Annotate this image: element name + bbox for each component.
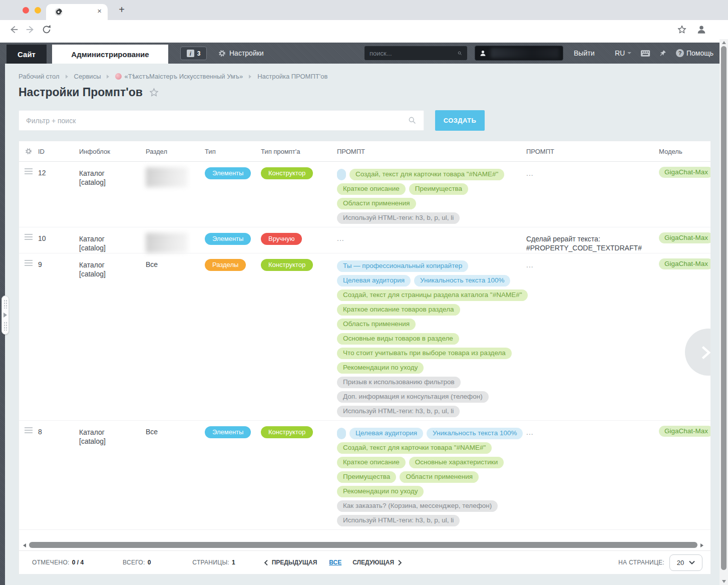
model-cell: GigaChat-Max: [659, 421, 710, 529]
new-tab-button[interactable]: +: [115, 3, 128, 16]
tag-line: Используй HTML-теги: h3, b, p, ul, li: [337, 212, 526, 224]
table-settings-gear-icon[interactable]: [19, 148, 38, 155]
prompt-ellipsis: ...: [337, 234, 344, 242]
favorite-star-icon[interactable]: [149, 87, 159, 98]
prompt-tag: Создай, текст для страницы раздела катал…: [337, 289, 528, 301]
per-page-select[interactable]: 20: [669, 554, 702, 571]
help-label: Помощь: [686, 49, 713, 57]
razdel-cell: Все: [146, 253, 205, 420]
type-cell: Элементы: [205, 227, 261, 253]
filter-search-input[interactable]: [26, 117, 408, 125]
header-search[interactable]: [365, 46, 467, 60]
hotkeys-button[interactable]: [640, 43, 650, 64]
breadcrumb-desktop[interactable]: Рабочий стол: [19, 73, 60, 80]
user-name-blurred: [491, 48, 559, 58]
prompt-tag: Области применения: [337, 198, 416, 209]
header-search-input[interactable]: [370, 50, 458, 57]
tag-line: Доп. информация и консультация (телефон): [337, 391, 526, 403]
prompt-type-cell: Конструктор: [261, 162, 337, 227]
prompt-tag: Как заказать? (Корзина, мессенджер, теле…: [337, 500, 498, 512]
col-infoblock[interactable]: Инфоблок: [79, 148, 146, 155]
tag-line: Что стоит учитывать при выборе товара из…: [337, 348, 526, 359]
pin-button[interactable]: [659, 43, 666, 64]
pagination-all-link[interactable]: ВСЕ: [329, 559, 341, 566]
main-content: Рабочий стол Сервисы «ТѣкстъМаістеръ Иск…: [0, 64, 719, 585]
col-prompt[interactable]: ПРОМПТ: [337, 148, 526, 155]
razdel-cell: [146, 162, 205, 227]
prompt-tag: Краткое описание: [337, 183, 406, 195]
tag-line: ПреимуществаОбласти применения: [337, 471, 526, 483]
language-switcher[interactable]: RU: [615, 43, 631, 64]
menu-expand-handle[interactable]: [2, 296, 9, 335]
scroll-left-icon[interactable]: [23, 543, 26, 547]
pages-label: СТРАНИЦЫ:: [192, 559, 229, 566]
model-badge: GigaChat-Max: [659, 426, 710, 437]
prompt-tag: Целевая аудитория: [349, 428, 423, 439]
tab-close-icon[interactable]: ×: [97, 7, 102, 15]
tag-line: Используй HTML-теги: h3, b, p, ul, li: [337, 406, 526, 417]
help-button[interactable]: ? Помощь: [676, 43, 713, 64]
col-razdel[interactable]: Раздел: [146, 148, 205, 155]
browser-tab[interactable]: ×: [46, 4, 108, 20]
tag-line: Призыв к использованию фильтров: [337, 377, 526, 388]
drag-handle-icon[interactable]: [25, 234, 33, 235]
pages-value: 1: [232, 559, 235, 566]
prompt-tag: Области применения: [400, 471, 479, 483]
bookmark-star-icon[interactable]: [677, 25, 687, 37]
scroll-right-icon[interactable]: [700, 543, 703, 547]
vertical-scrollbar-thumb[interactable]: [721, 46, 726, 570]
search-icon: [458, 50, 462, 57]
logout-link[interactable]: Выйти: [574, 43, 594, 64]
prompt-tag: Создай, текст для карточки товара "#NAME…: [337, 442, 492, 454]
scroll-up-icon[interactable]: [722, 41, 726, 44]
table-row: 9Каталог [catalog]ВсеРазделыКонструкторТ…: [19, 253, 710, 421]
table-row: 12Каталог [catalog]ЭлементыКонструкторСо…: [19, 162, 710, 227]
tag-line: Краткое описаниеОсновные характеристики: [337, 457, 526, 468]
create-button[interactable]: СОЗДАТЬ: [435, 110, 485, 131]
user-button[interactable]: [475, 46, 563, 61]
pagination-next[interactable]: СЛЕДУЮЩАЯ: [352, 559, 403, 566]
reload-icon[interactable]: [41, 24, 52, 37]
horizontal-scrollbar-thumb[interactable]: [29, 542, 697, 548]
col-prompt2[interactable]: ПРОМПТ: [526, 148, 659, 155]
drag-handle-icon[interactable]: [25, 168, 33, 169]
vertical-scrollbar[interactable]: [719, 39, 728, 585]
col-id[interactable]: ID: [38, 148, 79, 155]
breadcrumb-module[interactable]: «ТѣкстъМаістеръ Искусственный Умъ»: [115, 73, 243, 80]
chevron-down-icon: [689, 560, 695, 564]
per-page-label: НА СТРАНИЦЕ:: [618, 559, 664, 566]
traffic-light-minimize[interactable]: [35, 7, 41, 14]
back-icon[interactable]: [8, 24, 19, 37]
header-settings-button[interactable]: Настройки: [218, 43, 264, 64]
prompt-tag: Что стоит учитывать при выборе товара из…: [337, 348, 512, 359]
language-label: RU: [615, 49, 625, 57]
profile-avatar-icon[interactable]: [696, 24, 707, 37]
traffic-light-close[interactable]: [23, 7, 29, 14]
table-row: 10Каталог [catalog]ЭлементыВручную...Сде…: [19, 227, 710, 253]
col-model[interactable]: Модель: [659, 148, 711, 155]
horizontal-scrollbar[interactable]: [23, 542, 706, 548]
prompt-type-badge: Конструктор: [261, 167, 313, 179]
admin-tab[interactable]: Администрирование: [52, 45, 168, 64]
col-type[interactable]: Тип: [205, 148, 261, 155]
type-cell: Разделы: [205, 253, 261, 420]
breadcrumb-services[interactable]: Сервисы: [74, 73, 101, 80]
filter-search[interactable]: [19, 110, 424, 131]
tag-line: Создай, текст для страницы раздела катал…: [337, 289, 526, 301]
tag-blob: [337, 169, 346, 180]
tag-line: Создай, текст для карточки товара "#NAME…: [337, 442, 526, 454]
admin-header: Сайт Администрирование i 3 Настройки Вый…: [0, 43, 719, 64]
left-menu-strip: [0, 64, 5, 585]
drag-handle-icon[interactable]: [25, 427, 33, 428]
forward-icon[interactable]: [25, 24, 36, 37]
scroll-down-icon[interactable]: [722, 580, 726, 583]
row-id: 10: [38, 227, 79, 253]
pagination-prev[interactable]: ПРЕДЫДУЩАЯ: [263, 559, 317, 566]
tag-line: Краткое описание товаров раздела: [337, 304, 526, 316]
drag-handle-icon[interactable]: [25, 260, 33, 261]
table-footer: ОТМЕЧЕНО: 0 / 4 ВСЕГО: 0 СТРАНИЦЫ: 1 ПРЕ…: [19, 550, 710, 574]
notifications-button[interactable]: i 3: [180, 47, 207, 60]
browser-navbar: [0, 20, 728, 39]
col-prompt-type[interactable]: Тип промпт'а: [261, 148, 337, 155]
site-tab[interactable]: Сайт: [7, 45, 47, 64]
